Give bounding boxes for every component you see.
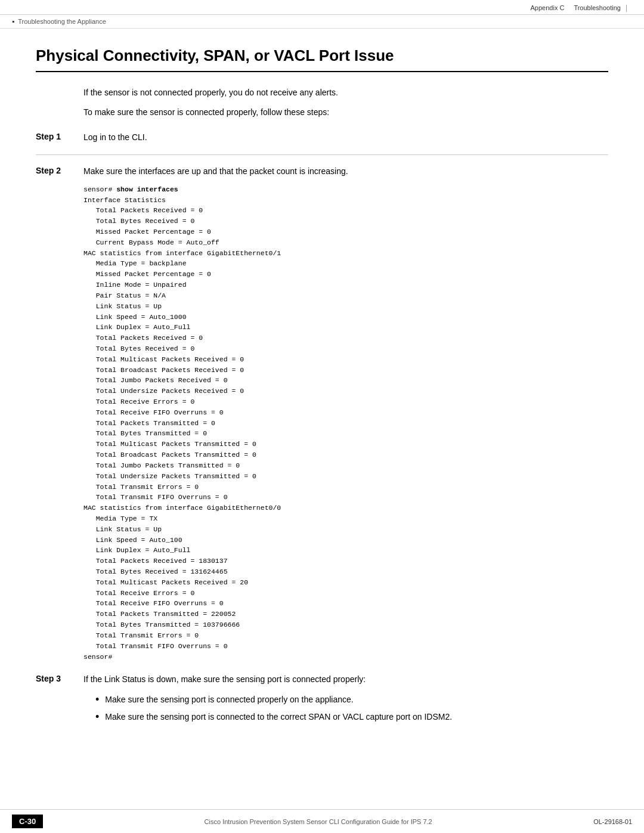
intro-para-2: To make sure the sensor is connected pro… bbox=[83, 106, 608, 119]
footer-right-text: OL-29168-01 bbox=[593, 818, 632, 825]
appendix-label: Appendix C bbox=[531, 4, 565, 11]
code-bold: show interfaces bbox=[116, 185, 178, 193]
step-2-text: Make sure the interfaces are up and that… bbox=[83, 166, 348, 176]
step-2-row: Step 2 Make sure the interfaces are up a… bbox=[36, 165, 608, 662]
step-divider bbox=[36, 154, 608, 155]
page-title: Physical Connectivity, SPAN, or VACL Por… bbox=[36, 47, 608, 72]
breadcrumb-text: Troubleshooting the Appliance bbox=[18, 18, 106, 25]
step-1-text: Log in to the CLI. bbox=[83, 132, 147, 142]
step-3-text: If the Link Status is down, make sure th… bbox=[83, 674, 366, 684]
breadcrumb: ▪ Troubleshooting the Appliance bbox=[0, 15, 644, 29]
intro-para-1: If the sensor is not connected properly,… bbox=[83, 86, 608, 99]
bullet-text-2: Make sure the sensing port is connected … bbox=[105, 711, 452, 723]
code-block: sensor# show interfaces Interface Statis… bbox=[83, 184, 608, 662]
step-2-label: Step 2 bbox=[36, 165, 83, 175]
bullet-text-1: Make sure the sensing port is connected … bbox=[105, 693, 353, 706]
bullet-item-1: • Make sure the sensing port is connecte… bbox=[95, 693, 608, 707]
footer: C-30 Cisco Intrusion Prevention System S… bbox=[0, 809, 644, 833]
main-content: Physical Connectivity, SPAN, or VACL Por… bbox=[0, 29, 644, 775]
code-prefix: sensor# bbox=[83, 185, 116, 193]
header-pipe: | bbox=[626, 4, 627, 12]
bullet-dot-1: • bbox=[95, 693, 99, 707]
step-1-content: Log in to the CLI. bbox=[83, 131, 608, 144]
bullet-list: • Make sure the sensing port is connecte… bbox=[95, 693, 608, 724]
bullet-dot-2: • bbox=[95, 711, 99, 724]
step-3-row: Step 3 If the Link Status is down, make … bbox=[36, 673, 608, 729]
steps-container: Step 1 Log in to the CLI. Step 2 Make su… bbox=[36, 131, 608, 729]
footer-page-num: C-30 bbox=[12, 815, 43, 828]
step-1-row: Step 1 Log in to the CLI. bbox=[36, 131, 608, 144]
step-2-content: Make sure the interfaces are up and that… bbox=[83, 165, 608, 662]
footer-center-text: Cisco Intrusion Prevention System Sensor… bbox=[55, 818, 581, 825]
section-label: Troubleshooting bbox=[574, 4, 620, 11]
breadcrumb-arrow-icon: ▪ bbox=[12, 17, 14, 26]
step-3-label: Step 3 bbox=[36, 673, 83, 683]
step-3-content: If the Link Status is down, make sure th… bbox=[83, 673, 608, 729]
step-1-label: Step 1 bbox=[36, 131, 83, 141]
bullet-item-2: • Make sure the sensing port is connecte… bbox=[95, 711, 608, 724]
code-body: Interface Statistics Total Packets Recei… bbox=[83, 196, 281, 661]
top-header: Appendix C Troubleshooting | bbox=[0, 0, 644, 15]
